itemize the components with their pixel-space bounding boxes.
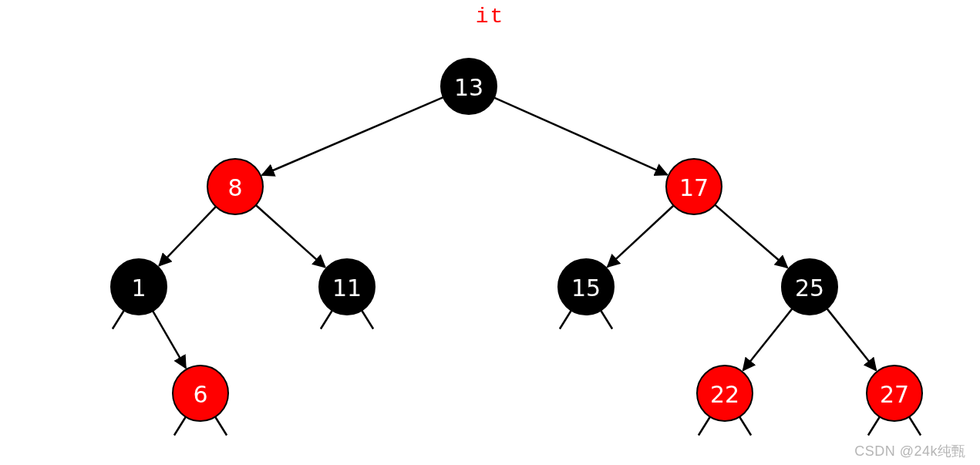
nil-stub xyxy=(174,417,186,436)
tree-node-17: 17 xyxy=(666,159,722,214)
nil-stub xyxy=(113,311,124,329)
node-label: 13 xyxy=(454,74,483,101)
tree-edge xyxy=(494,98,667,175)
node-label: 8 xyxy=(227,174,242,201)
tree-node-6: 6 xyxy=(173,366,228,421)
tree-node-13: 13 xyxy=(441,59,497,114)
tree-edge xyxy=(608,205,674,267)
nil-stub xyxy=(215,417,227,436)
tree-edge xyxy=(715,205,787,268)
tree-node-1: 1 xyxy=(111,259,167,315)
node-label: 11 xyxy=(332,275,362,302)
nil-stub xyxy=(362,311,373,329)
node-label: 1 xyxy=(131,275,146,302)
nil-stubs-layer xyxy=(113,311,921,436)
tree-node-8: 8 xyxy=(207,159,263,214)
node-label: 27 xyxy=(880,381,909,408)
tree-edge xyxy=(827,308,876,370)
node-label: 17 xyxy=(679,174,709,201)
diagram-title: it xyxy=(0,5,980,29)
tree-edge xyxy=(153,311,186,368)
nil-stub xyxy=(560,311,571,329)
tree-diagram: 13817111152562227 xyxy=(0,0,980,465)
nil-stub xyxy=(868,417,880,436)
edges-layer xyxy=(153,97,876,370)
node-label: 15 xyxy=(571,275,601,302)
tree-node-27: 27 xyxy=(867,366,922,421)
nodes-layer: 13817111152562227 xyxy=(111,59,922,421)
tree-node-22: 22 xyxy=(697,366,753,421)
tree-edge xyxy=(743,308,793,370)
tree-node-25: 25 xyxy=(782,259,837,315)
node-label: 22 xyxy=(710,381,739,408)
nil-stub xyxy=(699,417,710,436)
nil-stub xyxy=(909,417,921,436)
nil-stub xyxy=(739,417,751,436)
tree-edge xyxy=(159,207,216,266)
tree-edge xyxy=(262,97,443,175)
nil-stub xyxy=(601,311,612,329)
tree-node-11: 11 xyxy=(319,259,375,315)
tree-node-15: 15 xyxy=(558,259,614,315)
tree-edge xyxy=(256,205,325,268)
watermark: CSDN @24k纯甄 xyxy=(854,442,966,460)
nil-stub xyxy=(321,311,332,329)
node-label: 6 xyxy=(193,381,207,408)
node-label: 25 xyxy=(795,275,824,302)
